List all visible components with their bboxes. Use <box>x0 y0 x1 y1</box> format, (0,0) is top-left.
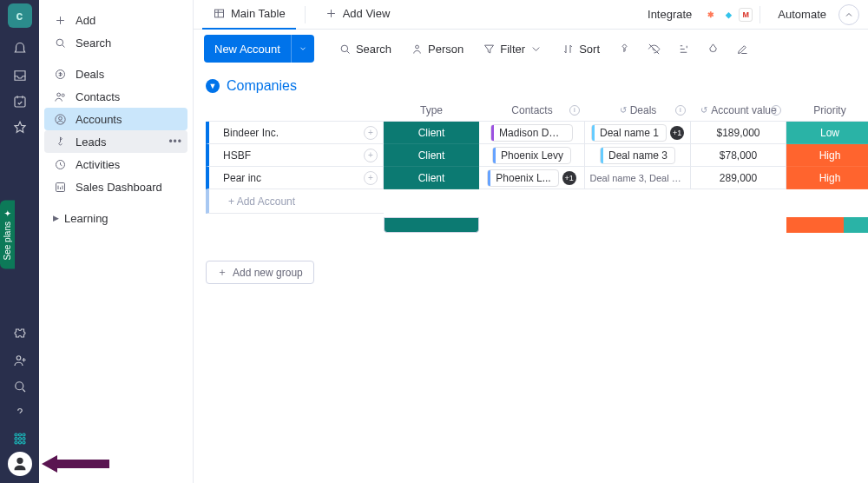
hide-icon[interactable] <box>641 36 666 61</box>
group-header[interactable]: ▼ Companies <box>206 78 856 94</box>
calendar-icon[interactable] <box>0 89 39 115</box>
col-header-type[interactable]: Type <box>384 99 479 122</box>
col-header-value[interactable]: ↺Account valuei <box>691 99 786 122</box>
invite-icon[interactable] <box>0 347 39 374</box>
svg-point-7 <box>18 438 21 440</box>
sidebar-section-learning[interactable]: ▶ Learning <box>44 207 187 229</box>
person-label: Person <box>428 43 464 56</box>
cell-deal[interactable]: Deal name 3 <box>585 144 691 167</box>
height-icon[interactable] <box>671 36 695 61</box>
bell-icon[interactable] <box>0 36 39 63</box>
plus-icon: ＋ <box>217 265 227 280</box>
search-label: Search <box>356 43 391 56</box>
apps-icon[interactable] <box>0 426 39 452</box>
sidebar-add[interactable]: Add <box>44 9 187 31</box>
plus-icon <box>325 7 338 20</box>
help-icon[interactable] <box>0 400 39 426</box>
filter-label: Filter <box>500 43 525 56</box>
group-title[interactable]: Companies <box>227 78 297 94</box>
search-icon <box>53 36 67 50</box>
sidebar-search[interactable]: Search <box>44 31 187 54</box>
sidebar-item-activities[interactable]: Activities <box>44 153 187 175</box>
edit-icon[interactable] <box>730 36 754 61</box>
collapse-button[interactable] <box>838 4 859 25</box>
more-icon[interactable]: ••• <box>168 136 182 148</box>
sidebar-item-leads[interactable]: Leads ••• <box>44 130 187 153</box>
pin-icon[interactable] <box>612 36 636 61</box>
filter-button[interactable]: Filter <box>476 39 549 59</box>
sidebar-add-label: Add <box>76 14 95 27</box>
cell-contact[interactable]: Madison Doyle <box>479 122 585 144</box>
info-icon[interactable]: i <box>675 105 686 116</box>
add-group-button[interactable]: ＋ Add new group <box>206 261 314 284</box>
table-row[interactable]: Pear inc+ClientPhoenix L...+1Deal name 3… <box>206 167 856 189</box>
cell-name[interactable]: Pear inc+ <box>206 167 384 189</box>
info-icon[interactable]: i <box>569 105 580 116</box>
expand-icon[interactable]: + <box>364 171 378 185</box>
svg-point-5 <box>23 433 25 436</box>
cell-deal[interactable]: Deal name 1+1 <box>585 122 691 144</box>
search-button[interactable]: Search <box>332 39 398 59</box>
inbox-icon[interactable] <box>0 63 39 89</box>
sort-button[interactable]: Sort <box>555 39 607 59</box>
cell-type[interactable]: Client <box>384 122 479 144</box>
cell-name[interactable]: HSBF+ <box>206 144 384 167</box>
add-account-row[interactable]: + Add Account <box>206 189 384 214</box>
summary-row <box>206 217 856 233</box>
sidebar-item-accounts[interactable]: Accounts <box>44 108 187 130</box>
svg-point-2 <box>15 382 23 390</box>
cell-priority[interactable]: Low <box>786 122 868 144</box>
search-rail-icon[interactable] <box>0 374 39 400</box>
collapse-group-icon[interactable]: ▼ <box>206 79 220 93</box>
svg-point-15 <box>62 94 64 96</box>
cell-value[interactable]: $189,000 <box>691 122 786 144</box>
info-icon[interactable]: i <box>771 105 781 116</box>
automate-button[interactable]: Automate <box>767 4 832 24</box>
star-icon[interactable] <box>0 115 39 141</box>
cell-value[interactable]: 289,000 <box>691 167 786 189</box>
col-header-contacts[interactable]: Contactsi <box>479 99 585 122</box>
tab-add-view[interactable]: Add View <box>314 0 401 30</box>
integrate-button[interactable]: Integrate <box>637 4 697 24</box>
see-plans-tab[interactable]: See plans <box>0 200 15 268</box>
divider <box>760 6 760 23</box>
hubspot-icon[interactable]: ✱ <box>704 8 718 22</box>
gmail-icon[interactable]: M <box>739 8 753 22</box>
sidebar-item-label: Leads <box>76 136 106 149</box>
cell-name[interactable]: Bindeer Inc.+ <box>206 122 384 144</box>
left-rail: c See plans <box>0 0 39 483</box>
expand-icon[interactable]: + <box>364 126 378 140</box>
svg-rect-0 <box>15 97 25 107</box>
activities-icon <box>53 158 67 171</box>
tab-main-table[interactable]: Main Table <box>202 0 296 30</box>
cell-deal[interactable]: Deal name 3, Deal na... <box>585 167 691 189</box>
col-header-name[interactable] <box>206 99 384 122</box>
color-icon[interactable] <box>700 36 725 61</box>
table-row[interactable]: Bindeer Inc.+ClientMadison DoyleDeal nam… <box>206 122 856 144</box>
expand-icon[interactable]: + <box>364 149 378 162</box>
annotation-arrow <box>42 455 109 473</box>
app-icon[interactable]: ◆ <box>721 8 735 22</box>
col-header-priority[interactable]: Priority <box>786 99 868 122</box>
cell-type[interactable]: Client <box>384 167 479 189</box>
puzzle-icon[interactable] <box>0 321 39 347</box>
sidebar-item-contacts[interactable]: Contacts <box>44 85 187 108</box>
person-button[interactable]: Person <box>404 39 470 59</box>
workspace-logo[interactable]: c <box>8 3 32 28</box>
cell-contact[interactable]: Phoenix L...+1 <box>479 167 585 189</box>
add-group-label: Add new group <box>233 267 303 279</box>
chevron-down-icon[interactable] <box>291 35 314 63</box>
sort-label: Sort <box>579 43 600 56</box>
svg-point-10 <box>18 441 21 444</box>
cell-priority[interactable]: High <box>786 144 868 167</box>
cell-value[interactable]: $78,000 <box>691 144 786 167</box>
sidebar-item-deals[interactable]: Deals <box>44 63 187 85</box>
sidebar-item-dashboard[interactable]: Sales Dashboard <box>44 175 187 198</box>
col-header-deals[interactable]: ↺Dealsi <box>585 99 691 122</box>
table-row[interactable]: HSBF+ClientPhoenix LevyDeal name 3$78,00… <box>206 144 856 167</box>
new-account-button[interactable]: New Account <box>204 35 314 63</box>
cell-contact[interactable]: Phoenix Levy <box>479 144 585 167</box>
cell-priority[interactable]: High <box>786 167 868 189</box>
cell-type[interactable]: Client <box>384 144 479 167</box>
avatar[interactable] <box>8 452 32 476</box>
